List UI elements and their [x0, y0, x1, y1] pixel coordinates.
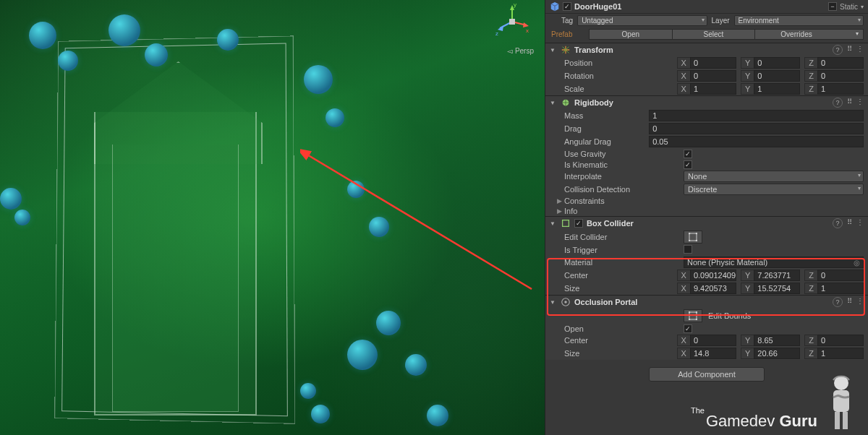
menu-icon[interactable] [856, 218, 864, 228]
bc-center-z-field[interactable]: 0 [817, 270, 864, 281]
foliage-blob [326, 108, 344, 127]
gameobject-active-checkbox[interactable] [563, 2, 571, 11]
tag-dropdown[interactable]: Untagged [577, 15, 707, 26]
watermark: TheGamedev Guru [691, 373, 859, 431]
material-label: Material [564, 258, 684, 267]
foldout-icon[interactable]: ▼ [550, 220, 557, 227]
gameobject-name-field[interactable]: DoorHuge01 [574, 2, 621, 11]
svg-rect-12 [563, 220, 569, 227]
menu-icon[interactable] [856, 98, 864, 108]
foliage-blob [217, 29, 239, 51]
transform-icon [561, 45, 571, 55]
op-center-z-field[interactable]: 0 [817, 335, 864, 346]
foliage-blob [145, 43, 168, 66]
svg-point-22 [696, 311, 697, 313]
position-x-field[interactable]: 0 [690, 57, 736, 69]
prefab-open-button[interactable]: Open [589, 29, 673, 40]
help-icon[interactable] [833, 297, 843, 307]
use-gravity-checkbox[interactable] [684, 150, 692, 158]
box-collider-enabled-checkbox[interactable] [574, 219, 583, 228]
op-size-y-field[interactable]: 20.66 [754, 348, 800, 359]
is-kinematic-checkbox[interactable] [684, 160, 692, 169]
material-object-field[interactable]: None (Physic Material) [684, 257, 864, 268]
rotation-y-field[interactable]: 0 [754, 70, 800, 82]
box-collider-icon [561, 218, 571, 228]
collision-detection-label: Collision Detection [564, 185, 684, 194]
rotation-z-field[interactable]: 0 [817, 70, 864, 82]
edit-collider-label: Edit Collider [564, 233, 684, 241]
foldout-icon[interactable]: ▼ [550, 299, 557, 306]
help-icon[interactable] [833, 45, 843, 55]
edit-bounds-label: Edit Bounds [708, 311, 751, 320]
foldout-icon[interactable]: ▶ [557, 207, 564, 215]
object-picker-icon[interactable] [854, 258, 860, 267]
drag-field[interactable]: 0 [649, 123, 864, 134]
svg-rect-20 [689, 312, 697, 319]
gameobject-icon[interactable] [550, 1, 560, 12]
bc-size-y-field[interactable]: 15.52754 [754, 283, 800, 294]
occlusion-portal-title: Occlusion Portal [574, 298, 637, 306]
prefab-overrides-dropdown[interactable]: Overrides [755, 29, 864, 40]
annotation-arrow [300, 148, 539, 293]
static-dropdown-icon[interactable]: ▾ [861, 4, 864, 10]
op-center-y-field[interactable]: 8.65 [754, 335, 800, 346]
occlusion-portal-icon [561, 297, 571, 307]
prefab-label: Prefab [550, 30, 589, 38]
help-icon[interactable] [833, 218, 843, 228]
edit-bounds-button[interactable] [684, 309, 702, 322]
scale-label: Scale [564, 85, 677, 93]
projection-label[interactable]: ◅ Persp [507, 47, 534, 55]
is-trigger-checkbox[interactable] [684, 245, 692, 254]
collision-detection-dropdown[interactable]: Discrete [684, 184, 864, 195]
help-icon[interactable] [833, 98, 843, 108]
svg-text:z: z [495, 30, 498, 37]
watermark-figure-icon [823, 373, 859, 431]
scale-y-field[interactable]: 1 [754, 83, 800, 95]
mass-field[interactable]: 1 [649, 110, 864, 121]
is-kinematic-label: Is Kinematic [564, 160, 684, 169]
bc-center-label: Center [564, 271, 677, 280]
svg-point-24 [696, 319, 697, 320]
foliage-blob [58, 51, 78, 71]
op-open-checkbox[interactable] [684, 324, 692, 333]
inspector-panel: DoorHuge01 − Static ▾ Tag Untagged Layer… [545, 0, 868, 435]
prefab-select-button[interactable]: Select [673, 29, 756, 40]
preset-icon[interactable] [847, 297, 852, 307]
interpolate-dropdown[interactable]: None [684, 171, 864, 182]
position-y-field[interactable]: 0 [754, 57, 800, 69]
foldout-icon[interactable]: ▶ [557, 197, 564, 204]
menu-icon[interactable] [856, 45, 864, 55]
occlusion-portal-component: ▼ Occlusion Portal Edit Bounds Open [545, 295, 868, 360]
svg-point-19 [564, 301, 567, 303]
scale-x-field[interactable]: 1 [690, 83, 736, 95]
angular-drag-label: Angular Drag [564, 137, 649, 146]
foldout-icon[interactable]: ▼ [550, 100, 557, 106]
preset-icon[interactable] [847, 45, 852, 55]
constraints-label: Constraints [564, 197, 605, 205]
static-checkbox[interactable]: − [828, 2, 837, 11]
rotation-x-field[interactable]: 0 [690, 70, 736, 82]
menu-icon[interactable] [856, 297, 864, 307]
foliage-blob [304, 65, 333, 94]
foldout-icon[interactable]: ▼ [550, 47, 557, 53]
position-z-field[interactable]: 0 [817, 57, 864, 69]
use-gravity-label: Use Gravity [564, 150, 684, 158]
edit-collider-button[interactable] [684, 231, 702, 244]
op-size-z-field[interactable]: 1 [817, 348, 864, 359]
preset-icon[interactable] [847, 98, 852, 108]
layer-dropdown[interactable]: Environment [734, 15, 864, 26]
scale-z-field[interactable]: 1 [817, 83, 864, 95]
op-size-x-field[interactable]: 14.8 [690, 348, 736, 359]
svg-line-0 [306, 154, 532, 289]
svg-point-15 [696, 233, 697, 234]
rigidbody-title: Rigidbody [574, 98, 613, 107]
bc-center-y-field[interactable]: 7.263771 [754, 270, 800, 281]
scene-view[interactable]: y x z ◅ Persp [0, 0, 545, 435]
bc-size-z-field[interactable]: 1 [817, 283, 864, 294]
angular-drag-field[interactable]: 0.05 [649, 136, 864, 147]
bc-size-x-field[interactable]: 9.420573 [690, 283, 736, 294]
op-center-x-field[interactable]: 0 [690, 335, 736, 346]
preset-icon[interactable] [847, 218, 852, 228]
foliage-blob [376, 311, 401, 335]
bc-center-x-field[interactable]: 0.09012409 [690, 270, 736, 281]
